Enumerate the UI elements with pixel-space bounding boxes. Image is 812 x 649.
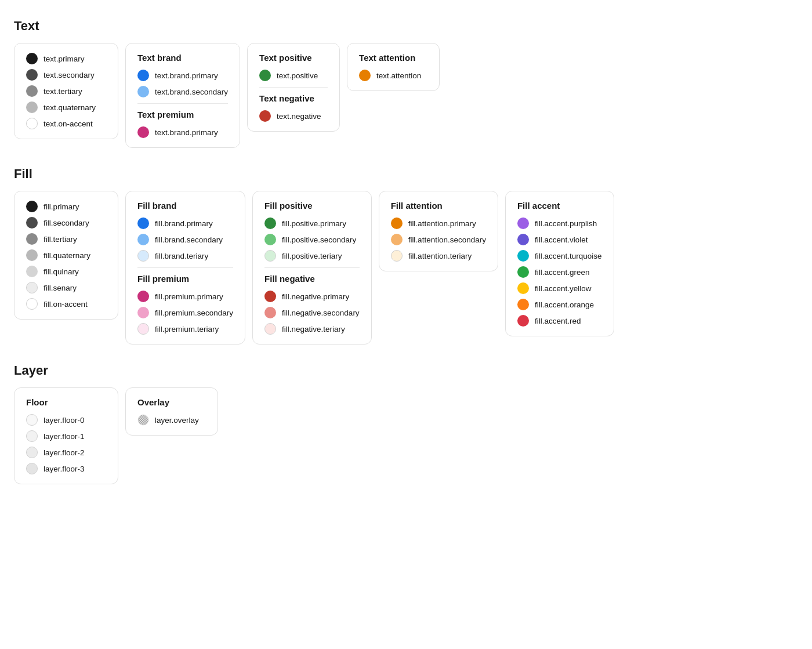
list-item: layer.floor-0 — [26, 414, 106, 426]
fill-base-card: fill.primary fill.secondary fill.tertiar… — [14, 191, 118, 320]
card-title: Fill brand — [137, 201, 233, 211]
color-label: text.attention — [376, 71, 421, 80]
color-dot — [26, 249, 38, 261]
color-label: fill.quinary — [44, 267, 79, 276]
fill-positive-card: Fill positive fill.positive.primary fill… — [252, 191, 372, 345]
color-dot — [26, 53, 38, 64]
list-item: text.attention — [359, 70, 427, 81]
list-item: fill.secondary — [26, 217, 106, 229]
color-label: fill.attention.teriary — [408, 252, 472, 260]
list-item: fill.brand.primary — [137, 217, 233, 229]
color-label: fill.accent.orange — [535, 300, 594, 309]
color-label: fill.accent.purplish — [535, 219, 597, 228]
color-label: fill.accent.turquoise — [535, 252, 602, 260]
color-dot — [391, 217, 403, 229]
color-label: fill.premium.teriary — [155, 325, 219, 333]
color-label: text.primary — [44, 55, 85, 63]
list-item: layer.floor-1 — [26, 430, 106, 442]
color-dot — [517, 250, 529, 262]
color-label: layer.floor-2 — [44, 448, 85, 457]
fill-brand-card: Fill brand fill.brand.primary fill.brand… — [125, 191, 245, 345]
fill-cards-row: fill.primary fill.secondary fill.tertiar… — [14, 191, 798, 345]
list-item: fill.on-accent — [26, 298, 106, 310]
list-item: text.tertiary — [26, 85, 106, 97]
color-dot — [517, 282, 529, 294]
list-item: text.quaternary — [26, 101, 106, 113]
list-item: fill.accent.red — [517, 315, 602, 327]
list-item: layer.floor-2 — [26, 447, 106, 458]
list-item: layer.overlay — [137, 414, 206, 426]
text-base-card: text.primary text.secondary text.tertiar… — [14, 43, 118, 139]
color-dot — [517, 299, 529, 310]
list-item: fill.premium.primary — [137, 291, 233, 302]
color-dot — [26, 414, 38, 426]
list-item: text.brand.secondary — [137, 86, 228, 97]
card-title: Text negative — [259, 93, 328, 103]
color-dot — [26, 85, 38, 97]
color-dot — [26, 233, 38, 245]
color-label: fill.secondary — [44, 219, 89, 227]
layer-section: Layer Floor layer.floor-0 layer.floor-1 … — [14, 363, 798, 484]
color-label: fill.primary — [44, 202, 79, 211]
color-label: fill.brand.secondary — [155, 235, 223, 244]
color-dot — [517, 266, 529, 278]
color-label: fill.brand.primary — [155, 219, 213, 228]
color-dot — [26, 101, 38, 113]
color-dot — [259, 110, 271, 122]
color-label: text.negative — [277, 112, 321, 121]
color-label: fill.tertiary — [44, 235, 77, 244]
list-item: fill.negative.primary — [264, 291, 360, 302]
overlay-icon — [137, 414, 149, 426]
color-label: fill.negative.teriary — [282, 325, 345, 333]
text-attention-card: Text attention text.attention — [347, 43, 440, 91]
list-item: fill.quaternary — [26, 249, 106, 261]
list-item: fill.attention.teriary — [391, 250, 486, 262]
list-item: fill.attention.primary — [391, 217, 486, 229]
color-label: fill.positive.primary — [282, 219, 346, 228]
color-dot — [517, 234, 529, 245]
color-label: text.quaternary — [44, 103, 96, 112]
color-dot — [137, 126, 149, 138]
color-dot — [137, 86, 149, 97]
floor-card: Floor layer.floor-0 layer.floor-1 layer.… — [14, 387, 118, 484]
list-item: text.brand.primary — [137, 126, 228, 138]
fill-accent-card: Fill accent fill.accent.purplish fill.ac… — [505, 191, 614, 336]
card-title: Overlay — [137, 397, 206, 407]
color-dot — [517, 315, 529, 327]
list-item: text.brand.primary — [137, 70, 228, 81]
color-label: text.tertiary — [44, 87, 82, 96]
color-dot — [137, 217, 149, 229]
color-dot — [264, 234, 276, 245]
color-label: text.brand.primary — [155, 128, 218, 137]
color-label: fill.quaternary — [44, 251, 90, 260]
list-item: fill.senary — [26, 282, 106, 293]
list-item: text.positive — [259, 70, 328, 81]
color-dot — [26, 282, 38, 293]
card-title: Text attention — [359, 53, 427, 63]
layer-section-title: Layer — [14, 363, 798, 378]
list-item: fill.accent.orange — [517, 299, 602, 310]
color-dot — [26, 298, 38, 310]
text-section: Text text.primary text.secondary text.te… — [14, 19, 798, 148]
color-label: text.brand.secondary — [155, 88, 228, 96]
card-title: Fill positive — [264, 201, 360, 211]
color-dot — [26, 118, 38, 129]
card-title: Text positive — [259, 53, 328, 63]
list-item: fill.accent.yellow — [517, 282, 602, 294]
color-label: fill.positive.teriary — [282, 252, 342, 260]
list-item: fill.brand.teriary — [137, 250, 233, 262]
color-label: layer.floor-0 — [44, 416, 85, 425]
color-dot — [264, 217, 276, 229]
color-label: fill.premium.primary — [155, 292, 223, 301]
list-item: layer.floor-3 — [26, 463, 106, 474]
text-positive-card: Text positive text.positive Text negativ… — [247, 43, 340, 132]
color-label: fill.brand.teriary — [155, 252, 208, 260]
color-dot — [391, 250, 403, 262]
fill-attention-card: Fill attention fill.attention.primary fi… — [379, 191, 498, 271]
list-item: fill.positive.teriary — [264, 250, 360, 262]
color-dot — [359, 70, 371, 81]
card-title: Fill accent — [517, 201, 602, 211]
color-label: layer.overlay — [155, 416, 199, 425]
color-label: fill.accent.violet — [535, 235, 588, 244]
divider — [137, 103, 228, 104]
